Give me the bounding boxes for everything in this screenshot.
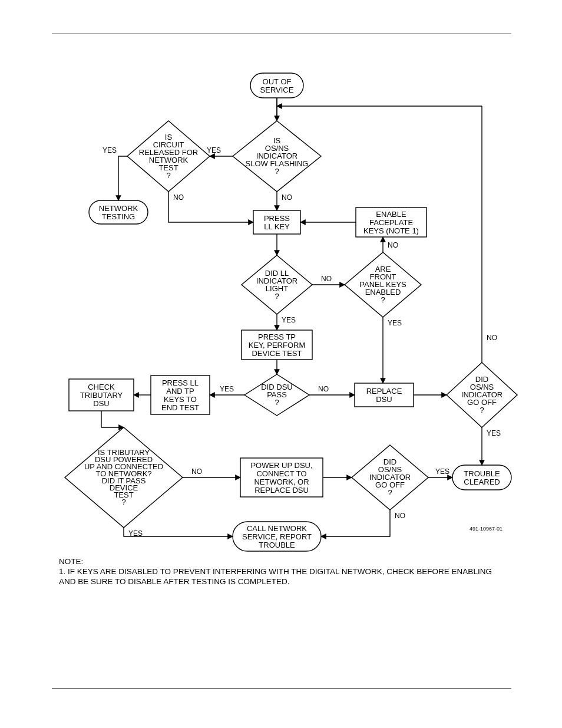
svg-text:DSU: DSU	[93, 399, 109, 408]
svg-text:PRESS LL: PRESS LL	[162, 378, 199, 387]
svg-text:PRESS: PRESS	[264, 214, 290, 223]
svg-text:CLEARED: CLEARED	[464, 477, 500, 486]
svg-text:TROUBLE: TROUBLE	[464, 469, 500, 478]
svg-text:NETWORK, OR: NETWORK, OR	[254, 477, 309, 486]
svg-text:CHECK: CHECK	[88, 383, 115, 391]
svg-text:ENABLE: ENABLE	[376, 210, 406, 219]
svg-text:KEYS (NOTE 1): KEYS (NOTE 1)	[363, 226, 419, 235]
svg-text:TROUBLE: TROUBLE	[259, 541, 295, 549]
svg-text:OUT OF: OUT OF	[263, 77, 292, 86]
svg-text:NO: NO	[282, 193, 292, 202]
svg-text:?: ?	[480, 406, 484, 414]
svg-text:?: ?	[388, 488, 392, 497]
svg-text:KEY, PERFORM: KEY, PERFORM	[249, 341, 306, 350]
note-body: 1. IF KEYS ARE DISABLED TO PREVENT INTER…	[59, 567, 507, 587]
svg-text:PRESS TP: PRESS TP	[258, 332, 296, 341]
svg-text:END TEST: END TEST	[161, 403, 199, 412]
svg-text:DSU: DSU	[376, 395, 392, 404]
svg-text:REPLACE: REPLACE	[366, 387, 402, 396]
svg-text:?: ?	[121, 498, 125, 506]
svg-text:LL KEY: LL KEY	[264, 222, 290, 231]
svg-text:NETWORK: NETWORK	[99, 204, 138, 213]
svg-text:NO: NO	[321, 275, 332, 283]
svg-text:TESTING: TESTING	[102, 212, 135, 221]
note-title: NOTE:	[59, 557, 507, 567]
svg-text:YES: YES	[282, 316, 296, 324]
svg-text:YES: YES	[207, 146, 221, 154]
svg-text:YES: YES	[128, 529, 143, 538]
svg-text:POWER UP DSU,: POWER UP DSU,	[250, 461, 312, 470]
svg-text:NO: NO	[191, 467, 202, 476]
svg-text:?: ?	[275, 167, 279, 176]
svg-text:AND TP: AND TP	[166, 387, 194, 396]
svg-text:YES: YES	[487, 429, 501, 437]
svg-text:NO: NO	[388, 241, 398, 249]
svg-text:TRIBUTARY: TRIBUTARY	[80, 391, 123, 400]
svg-text:CONNECT TO: CONNECT TO	[256, 469, 306, 478]
svg-text:YES: YES	[220, 385, 234, 393]
svg-text:NO: NO	[318, 385, 329, 393]
svg-text:YES: YES	[103, 146, 117, 154]
svg-text:?: ?	[381, 295, 385, 304]
svg-text:NO: NO	[173, 193, 184, 202]
svg-text:?: ?	[166, 171, 170, 180]
svg-text:SERVICE: SERVICE	[260, 85, 294, 94]
svg-text:491-10967-01: 491-10967-01	[470, 526, 503, 532]
svg-text:?: ?	[275, 292, 279, 301]
svg-text:?: ?	[275, 398, 279, 407]
svg-text:FACEPLATE: FACEPLATE	[369, 218, 414, 227]
svg-text:NO: NO	[395, 512, 405, 520]
svg-text:NO: NO	[487, 334, 497, 342]
svg-text:SERVICE, REPORT: SERVICE, REPORT	[242, 532, 312, 541]
svg-text:YES: YES	[435, 467, 449, 476]
svg-text:CALL NETWORK: CALL NETWORK	[247, 524, 307, 533]
svg-text:YES: YES	[388, 319, 402, 327]
svg-text:DEVICE TEST: DEVICE TEST	[252, 349, 302, 358]
svg-text:KEYS TO: KEYS TO	[164, 395, 197, 404]
svg-text:REPLACE DSU: REPLACE DSU	[254, 486, 309, 495]
